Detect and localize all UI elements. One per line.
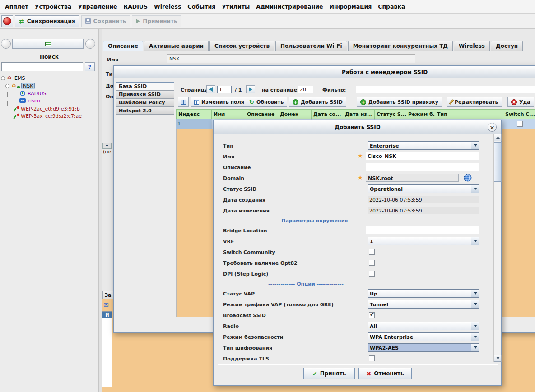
sync-button[interactable]: ⇄Синхронизация [15, 15, 79, 27]
menu-radius[interactable]: RADIUS [121, 3, 151, 10]
scroll-down-button[interactable] [494, 355, 502, 362]
side-tab-hotspot[interactable]: Hotspot 2.0 [116, 106, 174, 115]
tree-item-ap-wep2ac[interactable]: WEP-2ac_e0:d9:e3:91:b [0, 106, 98, 113]
bridge-location-input[interactable] [366, 226, 479, 234]
column-header[interactable]: Тип [435, 109, 503, 119]
cancel-button[interactable]: ✖Отменить [358, 368, 412, 379]
menu-devices[interactable]: Устройства [32, 3, 75, 10]
tree-item-radius[interactable]: RADIUS [0, 90, 98, 97]
tab-device-list[interactable]: Список устройств [209, 41, 274, 51]
combo-dropdown-button[interactable] [471, 300, 479, 308]
vap-status-combobox[interactable]: Up [368, 289, 479, 298]
vertical-scrollbar[interactable] [493, 134, 501, 362]
tree-item-cisco[interactable]: ↔ cisco [0, 97, 98, 105]
column-header[interactable]: Режим б... [406, 109, 435, 119]
combo-dropdown-button[interactable] [471, 333, 479, 341]
search-input[interactable] [1, 62, 83, 71]
menu-wireless[interactable]: Wireless [151, 3, 184, 10]
broadcast-ssid-checkbox[interactable] [369, 312, 375, 318]
edit-fields-button[interactable]: Изменить поля [191, 97, 248, 107]
vap-traffic-mode-combobox[interactable]: Tunnel [368, 300, 479, 309]
column-header[interactable]: Дата из... [343, 109, 375, 119]
tab-wifi-users[interactable]: Пользователи Wi-Fi [275, 41, 347, 51]
menu-help[interactable]: Справка [375, 3, 408, 10]
column-header[interactable]: Статус S... [375, 109, 406, 119]
menu-applet[interactable]: Апплет [2, 3, 32, 10]
save-button[interactable]: Сохранить [81, 15, 130, 27]
scrollbar-thumb[interactable] [494, 142, 502, 182]
column-header[interactable]: Имя [212, 109, 245, 119]
disconnect-button[interactable] [1, 15, 13, 27]
add-ssid-binding-button[interactable]: +Добавить SSID привязку [357, 97, 442, 107]
event-list-header[interactable]: И [102, 312, 112, 318]
side-tab-ssid-bindings[interactable]: Привязки SSID [116, 90, 174, 98]
tab-wireless[interactable]: Wireless [454, 41, 490, 51]
filter-input[interactable] [356, 86, 535, 93]
menu-information[interactable]: Информация [326, 3, 375, 10]
tab-rogue-ap-monitoring[interactable]: Мониторинг конкурентных ТД [348, 41, 453, 51]
apply-button[interactable]: Применить [132, 15, 181, 27]
side-tab-ssid-base[interactable]: База SSID [116, 82, 174, 90]
combo-dropdown-button[interactable] [471, 290, 479, 297]
bottom-panel-tab[interactable]: За [102, 291, 113, 299]
prev-page-button[interactable] [206, 85, 215, 93]
envelope-icon[interactable]: ✉ [103, 301, 109, 309]
menu-management[interactable]: Управление [74, 3, 120, 10]
dialog-titlebar[interactable]: Работа с менеджером SSID [114, 66, 535, 78]
menu-administration[interactable]: Администрирование [253, 3, 326, 10]
per-page-input[interactable] [298, 86, 313, 93]
switch-community-checkbox[interactable] [369, 249, 375, 255]
refresh-button[interactable]: ↻Обновить [246, 97, 287, 107]
tree-mode-button[interactable] [12, 39, 84, 49]
domain-picker-button[interactable] [463, 173, 472, 182]
combo-dropdown-button[interactable] [471, 185, 479, 193]
tree-expand-handle[interactable] [1, 76, 5, 80]
column-header[interactable]: Индекс [176, 109, 212, 119]
split-pane-divider[interactable] [98, 29, 102, 392]
tree-expand-handle[interactable] [5, 84, 9, 88]
tab-description[interactable]: Описание [103, 41, 143, 51]
tree-item-nsk[interactable]: ⌂ NSK [0, 83, 98, 90]
tree-item-ap-wep3ax[interactable]: WEP-3ax_cc:9d:a2:c7:ae [0, 113, 98, 120]
combo-dropdown-button[interactable] [471, 142, 479, 149]
combo-dropdown-button[interactable] [471, 322, 479, 330]
accept-button[interactable]: ✔Принять [303, 368, 355, 379]
next-page-button[interactable] [246, 85, 255, 93]
tab-active-alarms[interactable]: Активные аварии [144, 41, 209, 51]
security-mode-combobox[interactable]: WPA Enterprise [368, 332, 479, 341]
combo-dropdown-button[interactable] [471, 344, 479, 351]
combo-dropdown-button[interactable] [471, 237, 479, 245]
require-opt82-checkbox[interactable] [369, 260, 375, 266]
partial-control[interactable] [102, 143, 112, 149]
collapse-right-button[interactable] [85, 39, 95, 49]
column-header[interactable]: Описание [245, 109, 278, 119]
tab-access[interactable]: Доступ [491, 41, 523, 51]
collapse-left-button[interactable] [1, 39, 11, 49]
table-settings-button[interactable] [178, 97, 189, 107]
dialog-titlebar[interactable]: Добавить SSID × [214, 120, 501, 134]
row-checkbox[interactable] [517, 121, 523, 127]
type-combobox[interactable]: Enterprise [368, 141, 479, 150]
radio-combobox[interactable]: All [368, 322, 479, 330]
search-help-button[interactable]: ? [85, 62, 95, 71]
description-input[interactable] [366, 163, 479, 171]
column-header[interactable]: Домен [278, 109, 312, 119]
tree-item-ems[interactable]: ⌂ EMS [0, 75, 98, 82]
dpi-checkbox[interactable] [369, 271, 375, 277]
ssid-status-combobox[interactable]: Operational [368, 184, 479, 193]
menu-events[interactable]: События [184, 3, 219, 10]
delete-button[interactable]: ×Уда [507, 97, 534, 107]
column-header[interactable]: Дата со... [312, 109, 343, 119]
close-button[interactable]: × [488, 123, 497, 132]
menu-utilities[interactable]: Утилиты [219, 3, 253, 10]
column-header[interactable]: Switch C... [503, 109, 535, 119]
tls-support-checkbox[interactable] [369, 355, 375, 361]
encryption-type-combobox[interactable]: WPA2-AES [368, 343, 479, 352]
scroll-up-button[interactable] [494, 134, 502, 141]
name-input[interactable] [366, 152, 479, 160]
side-tab-policy-templates[interactable]: Шаблоны Policy [116, 98, 174, 106]
edit-button[interactable]: Редактировать [447, 97, 502, 107]
device-name-field[interactable]: NSK [167, 54, 415, 63]
add-ssid-button[interactable]: +Добавить SSID [289, 97, 346, 107]
vrf-combobox[interactable]: 1 [368, 237, 479, 245]
